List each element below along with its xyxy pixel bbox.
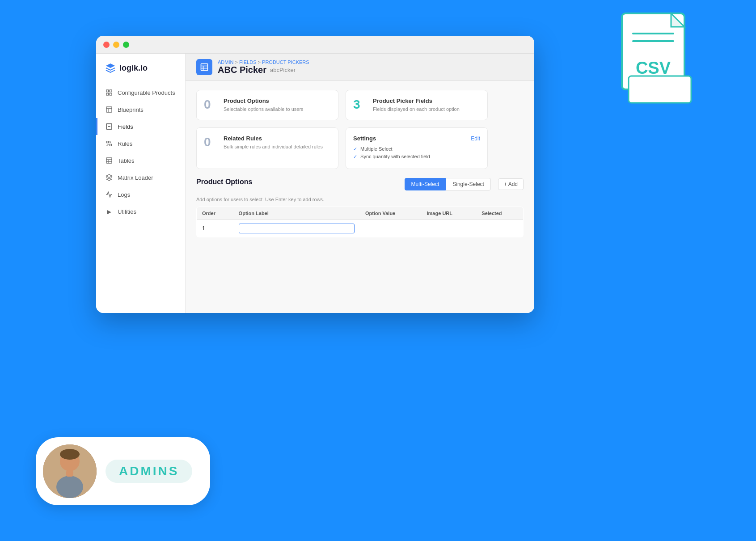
svg-rect-4 (110, 93, 112, 95)
sidebar-label-blueprints: Blueprints (118, 106, 144, 113)
col-image-url: Image URL (422, 207, 477, 220)
settings-card-header: Settings Edit (353, 135, 480, 142)
sidebar-label-rules: Rules (118, 140, 132, 147)
breadcrumb: ADMIN > FIELDS > PRODUCT PICKERS (218, 59, 309, 65)
edit-link[interactable]: Edit (471, 135, 480, 142)
sidebar-item-rules[interactable]: Rules (96, 135, 185, 152)
sidebar-label-fields: Fields (118, 123, 133, 130)
card-number-product-options: 0 (204, 97, 217, 112)
svg-rect-10 (106, 158, 112, 163)
sidebar-label-utilities: Utilities (118, 208, 136, 215)
chevron-right-icon: ▶ (105, 207, 113, 216)
settings-item-sync-quantity: ✓ Sync quantity with selected field (353, 154, 480, 160)
table-header: Order Option Label Option Value Image UR… (197, 207, 524, 220)
card-desc-picker-fields: Fields displayed on each product option (373, 106, 460, 113)
breadcrumb-fields[interactable]: FIELDS (239, 59, 257, 65)
card-info-product-options: Product Options Selectable options avail… (224, 97, 304, 113)
svg-rect-1 (106, 90, 109, 92)
cell-order: 1 (197, 220, 233, 237)
product-options-section: Product Options Multi-Select Single-Sele… (186, 178, 534, 246)
matrix-icon (105, 173, 113, 182)
csv-decoration: CSV (613, 9, 702, 107)
settings-label-sync-quantity: Sync quantity with selected field (360, 154, 430, 159)
settings-title: Settings (353, 135, 376, 142)
sidebar-label-logs: Logs (118, 191, 130, 198)
card-info-related-rules: Related Rules Bulk simple rules and indi… (224, 135, 323, 150)
controls-row: Multi-Select Single-Select + Add (405, 178, 524, 190)
card-number-related-rules: 0 (204, 135, 217, 149)
cell-selected (476, 220, 523, 237)
logo-text: logik.io (119, 63, 148, 73)
col-option-label: Option Label (233, 207, 360, 220)
card-title-picker-fields: Product Picker Fields (373, 97, 460, 104)
sidebar-item-logs[interactable]: Logs (96, 186, 185, 203)
svg-marker-0 (106, 63, 115, 68)
sidebar-item-utilities[interactable]: ▶ Utilities (96, 203, 185, 220)
rules-icon (105, 139, 113, 148)
check-icon-multiple-select: ✓ (353, 146, 357, 152)
admins-badge: ADMINS (36, 437, 210, 505)
page-subtitle: abcPicker (270, 67, 296, 73)
tables-icon (105, 156, 113, 165)
admins-label: ADMINS (119, 464, 179, 478)
sidebar-item-matrix-loader[interactable]: Matrix Loader (96, 169, 185, 186)
header-text-block: ADMIN > FIELDS > PRODUCT PICKERS ABC Pic… (218, 59, 309, 75)
col-order: Order (197, 207, 233, 220)
avatar (43, 444, 97, 498)
logo-icon (105, 63, 116, 73)
product-options-table: Order Option Label Option Value Image UR… (196, 207, 524, 237)
sidebar-item-blueprints[interactable]: Blueprints (96, 101, 185, 118)
table-row: 1 (197, 220, 524, 237)
breadcrumb-admin[interactable]: ADMIN (218, 59, 233, 65)
logo: logik.io (96, 63, 185, 84)
single-select-toggle[interactable]: Single-Select (446, 178, 491, 190)
sidebar-item-configurable-products[interactable]: Configurable Products (96, 84, 185, 101)
sidebar-label-tables: Tables (118, 157, 135, 164)
section-title-block: Product Options (196, 178, 252, 186)
card-related-rules[interactable]: 0 Related Rules Bulk simple rules and in… (196, 127, 338, 169)
card-number-picker-fields: 3 (353, 97, 367, 112)
settings-label-multiple-select: Multiple Select (360, 146, 393, 152)
sidebar-label-configurable-products: Configurable Products (118, 89, 175, 96)
card-desc-related-rules: Bulk simple rules and individual detaile… (224, 144, 323, 150)
multi-select-toggle[interactable]: Multi-Select (405, 178, 446, 190)
card-desc-product-options: Selectable options available to users (224, 106, 304, 113)
minimize-dot[interactable] (113, 42, 119, 48)
svg-rect-3 (106, 93, 109, 95)
card-info-picker-fields: Product Picker Fields Fields displayed o… (373, 97, 460, 113)
card-product-options[interactable]: 0 Product Options Selectable options ava… (196, 90, 338, 120)
maximize-dot[interactable] (123, 42, 129, 48)
section-header: Product Options Multi-Select Single-Sele… (196, 178, 524, 194)
close-dot[interactable] (103, 42, 110, 48)
add-button[interactable]: + Add (498, 178, 524, 190)
sidebar-item-fields[interactable]: Fields (96, 118, 185, 135)
blueprint-icon (105, 106, 113, 114)
settings-item-multiple-select: ✓ Multiple Select (353, 146, 480, 152)
fields-icon (105, 123, 113, 131)
svg-rect-22 (629, 76, 691, 103)
svg-rect-5 (106, 107, 112, 112)
cell-option-value (360, 220, 422, 237)
cards-area: 0 Product Options Selectable options ava… (186, 81, 498, 178)
svg-point-25 (60, 449, 80, 460)
check-icon-sync-quantity: ✓ (353, 154, 357, 159)
browser-window: logik.io Configurable Products (96, 36, 534, 313)
col-selected: Selected (476, 207, 523, 220)
logs-icon (105, 190, 113, 199)
cell-option-label (233, 220, 360, 237)
card-title-related-rules: Related Rules (224, 135, 323, 142)
card-product-picker-fields[interactable]: 3 Product Picker Fields Fields displayed… (346, 90, 488, 120)
table-header-row: Order Option Label Option Value Image UR… (197, 207, 524, 220)
browser-titlebar (96, 36, 534, 54)
toggle-group: Multi-Select Single-Select (405, 178, 491, 190)
page-title: ABC Picker (218, 65, 266, 75)
option-label-input[interactable] (239, 224, 355, 233)
sidebar-label-matrix-loader: Matrix Loader (118, 174, 153, 181)
breadcrumb-product-pickers[interactable]: PRODUCT PICKERS (262, 59, 309, 65)
sidebar-item-tables[interactable]: Tables (96, 152, 185, 169)
table-body: 1 (197, 220, 524, 237)
card-settings: Settings Edit ✓ Multiple Select ✓ Sync q… (346, 127, 488, 169)
svg-point-26 (56, 476, 83, 498)
section-desc: Add options for users to select. Use Ent… (196, 197, 524, 202)
avatar-image (43, 444, 97, 498)
